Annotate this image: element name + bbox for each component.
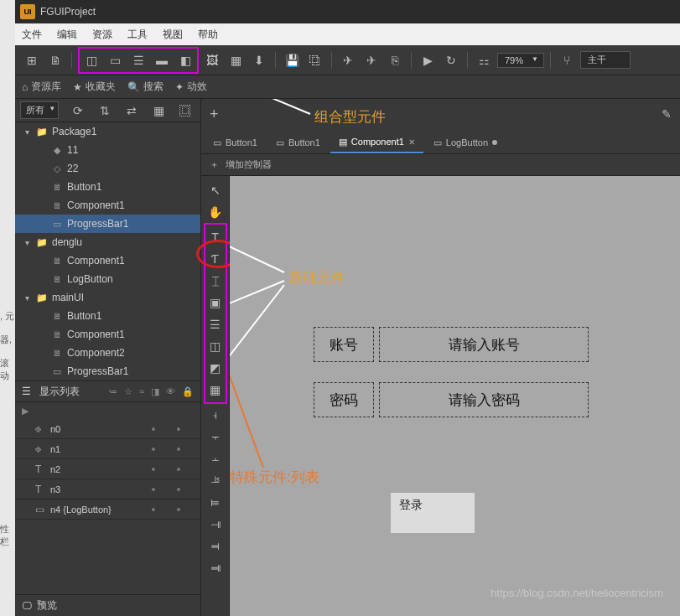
eye-icon[interactable]: 👁 xyxy=(166,386,175,397)
send2-icon[interactable]: ✈ xyxy=(361,50,382,70)
b-icon[interactable]: ☆ xyxy=(124,386,132,397)
password-input[interactable]: 请输入密码 xyxy=(379,382,589,417)
bookmark-icon[interactable]: ◫ xyxy=(81,50,101,70)
screen-icon[interactable]: ⚏ xyxy=(474,50,494,70)
play-small-icon[interactable]: ▶ xyxy=(22,406,29,417)
refresh-tree-icon[interactable]: ⟳ xyxy=(68,101,88,121)
input-icon[interactable]: ⌶ xyxy=(205,270,226,292)
plus-controller-icon[interactable]: ＋ xyxy=(210,158,219,171)
align7-icon[interactable]: ⫤ xyxy=(205,535,226,556)
stack-icon[interactable]: ☰ xyxy=(128,50,148,70)
graph-icon[interactable]: ◩ xyxy=(205,357,226,379)
align2-icon[interactable]: ⫟ xyxy=(205,426,226,448)
tree-item-Button1[interactable]: 🗎Button1 xyxy=(15,307,200,325)
tree-item-Component1[interactable]: 🗎Component1 xyxy=(15,251,200,270)
tree-item-Button1[interactable]: 🗎Button1 xyxy=(15,178,200,196)
play-icon[interactable]: ▶ xyxy=(418,50,438,70)
password-label-box[interactable]: 密码 xyxy=(314,382,374,417)
align5-icon[interactable]: ⫢ xyxy=(205,491,226,513)
branch-icon[interactable]: ⑂ xyxy=(557,50,577,70)
list-icon[interactable]: ⿴ xyxy=(175,101,195,121)
align1-icon[interactable]: ⫞ xyxy=(205,404,226,426)
down-icon[interactable]: ⬇ xyxy=(249,50,269,70)
list-row-n0[interactable]: ⎆n0•• xyxy=(15,419,200,439)
branch-dropdown[interactable]: 主干 xyxy=(580,51,631,69)
align8-icon[interactable]: ⫥ xyxy=(205,556,226,578)
refresh-icon[interactable]: ↻ xyxy=(441,50,461,70)
svg-line-2 xyxy=(230,281,284,310)
filter-dropdown[interactable]: 所有 xyxy=(20,101,59,119)
tab-LogButton[interactable]: ▭LogButton xyxy=(425,132,506,153)
effects-tab[interactable]: ✦动效 xyxy=(175,80,207,94)
resource-tree[interactable]: ▾📁Package1◆11◇22🗎Button1🗎Component1▭Prog… xyxy=(15,122,200,380)
c-icon[interactable]: ≈ xyxy=(139,386,144,397)
export-icon[interactable]: ⎘ xyxy=(385,50,405,70)
loader-icon[interactable]: ◫ xyxy=(205,335,226,357)
favorites-tab[interactable]: ★收藏夹 xyxy=(73,80,116,94)
pointer-icon[interactable]: ↖ xyxy=(205,179,226,201)
tree-item-Component1[interactable]: 🗎Component1 xyxy=(15,196,200,215)
add-tab-icon[interactable]: + xyxy=(210,106,219,123)
add-controller-label[interactable]: 增加控制器 xyxy=(226,158,272,171)
copy-icon[interactable]: ⿻ xyxy=(305,50,325,70)
list-row-n2[interactable]: Tn2•• xyxy=(15,459,200,479)
menu-file[interactable]: 文件 xyxy=(22,28,42,42)
tree-item-ProgressBar1[interactable]: ▭ProgressBar1 xyxy=(15,215,200,233)
d-icon[interactable]: ◨ xyxy=(151,386,159,397)
tree-item-Component1[interactable]: 🗎Component1 xyxy=(15,325,200,344)
account-input[interactable]: 请输入账号 xyxy=(379,327,589,362)
tab-Button1[interactable]: ▭Button1 xyxy=(205,132,266,153)
img-icon[interactable]: 🖼 xyxy=(202,50,222,70)
tree-item-ProgressBar1[interactable]: ▭ProgressBar1 xyxy=(15,362,200,380)
align4-icon[interactable]: ⫡ xyxy=(205,469,226,491)
a-icon[interactable]: ≔ xyxy=(108,386,117,397)
align6-icon[interactable]: ⫣ xyxy=(205,513,226,535)
list-row-n3[interactable]: Tn3•• xyxy=(15,479,200,500)
doc-icon[interactable]: 🗎 xyxy=(45,50,65,70)
text-icon[interactable]: T xyxy=(205,226,226,248)
grid-icon[interactable]: ▦ xyxy=(148,101,169,121)
tab-Button1[interactable]: ▭Button1 xyxy=(267,132,329,153)
search-tab[interactable]: 🔍搜索 xyxy=(127,80,164,94)
save-icon[interactable]: 💾 xyxy=(282,50,302,70)
tab-icon[interactable]: ◧ xyxy=(175,50,195,70)
zoom-dropdown[interactable]: 79% xyxy=(497,53,544,68)
list-row-n4 {LogButton}[interactable]: ▭n4 {LogButton}•• xyxy=(15,500,200,520)
menu-help[interactable]: 帮助 xyxy=(198,28,218,42)
film-icon[interactable]: ▦ xyxy=(226,50,246,70)
send-icon[interactable]: ✈ xyxy=(338,50,358,70)
display-list[interactable]: ⎆n0••⎆n1••Tn2••Tn3••▭n4 {LogButton}•• xyxy=(15,419,200,594)
hand-icon[interactable]: ✋ xyxy=(205,201,226,223)
preview-strip[interactable]: 🖵 预览 xyxy=(15,594,200,616)
sort-icon[interactable]: ⇅ xyxy=(95,101,115,121)
button-icon[interactable]: ▭ xyxy=(105,50,125,70)
tree-item-22[interactable]: ◇22 xyxy=(15,159,200,178)
list-tool-icon[interactable]: ☰ xyxy=(205,313,226,335)
tree-item-denglu[interactable]: ▾📁denglu xyxy=(15,233,200,251)
tab-Component1[interactable]: ▤Component1✕ xyxy=(330,132,423,153)
canvas[interactable]: 账号 请输入账号 密码 请输入密码 登录 基础元件 特殊元件:列表 https:… xyxy=(230,176,680,616)
align3-icon[interactable]: ⫠ xyxy=(205,448,226,469)
collapse-icon[interactable]: ⇄ xyxy=(122,101,142,121)
image-icon[interactable]: ▣ xyxy=(205,292,226,313)
menu-resource[interactable]: 资源 xyxy=(92,28,112,42)
tree-item-11[interactable]: ◆11 xyxy=(15,141,200,159)
tree-item-Package1[interactable]: ▾📁Package1 xyxy=(15,122,200,141)
lock-icon[interactable]: 🔒 xyxy=(182,386,194,397)
list-row-n1[interactable]: ⎆n1•• xyxy=(15,439,200,459)
tree-item-Component2[interactable]: 🗎Component2 xyxy=(15,344,200,362)
tree-item-mainUI[interactable]: ▾📁mainUI xyxy=(15,288,200,307)
menu-view[interactable]: 视图 xyxy=(163,28,183,42)
tree-item-LogButton[interactable]: 🗎LogButton xyxy=(15,270,200,288)
menu-tool[interactable]: 工具 xyxy=(127,28,148,42)
progress-icon[interactable]: ▬ xyxy=(152,50,172,70)
new-icon[interactable]: ⊞ xyxy=(22,50,42,70)
login-button[interactable]: 登录 xyxy=(391,493,475,533)
resource-lib-tab[interactable]: ⌂资源库 xyxy=(22,80,61,94)
richtext-icon[interactable]: Ƭ xyxy=(205,248,226,270)
group-icon[interactable]: ▦ xyxy=(205,379,226,401)
pencil-icon[interactable]: ✎ xyxy=(662,107,672,121)
menu-edit[interactable]: 编辑 xyxy=(57,28,77,42)
close-icon[interactable]: ✕ xyxy=(408,137,415,147)
account-label-box[interactable]: 账号 xyxy=(314,327,374,362)
